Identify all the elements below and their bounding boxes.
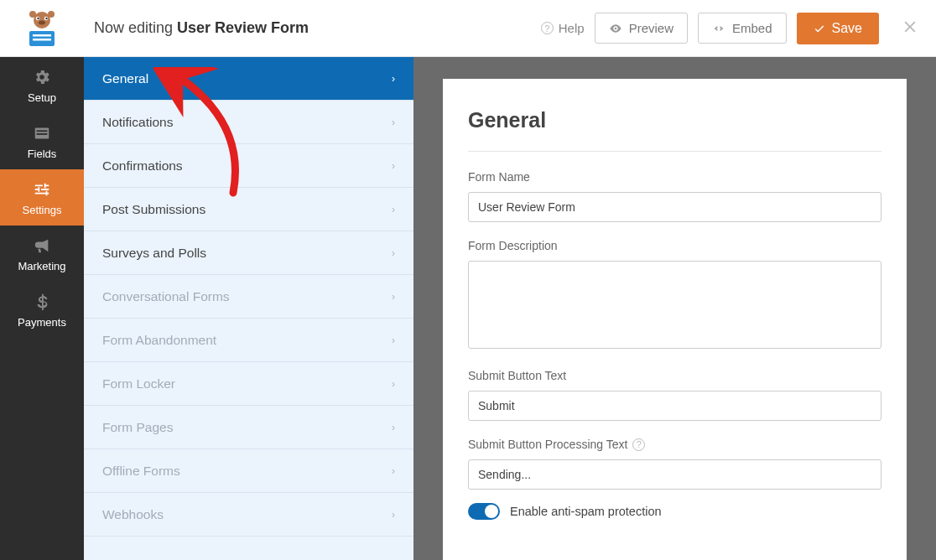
wpforms-logo-icon bbox=[21, 8, 63, 49]
svg-point-3 bbox=[37, 17, 39, 18]
svg-rect-10 bbox=[33, 39, 51, 41]
settings-item-conversational[interactable]: Conversational Forms› bbox=[84, 275, 413, 319]
dollar-icon bbox=[33, 293, 51, 311]
help-icon: ? bbox=[541, 22, 554, 34]
form-desc-input[interactable] bbox=[468, 261, 881, 349]
embed-button[interactable]: Embed bbox=[698, 13, 787, 44]
svg-point-5 bbox=[39, 20, 45, 24]
chevron-right-icon: › bbox=[392, 247, 395, 259]
settings-item-surveys[interactable]: Surveys and Polls› bbox=[84, 231, 413, 275]
close-icon bbox=[901, 18, 919, 36]
chevron-right-icon: › bbox=[392, 117, 395, 128]
submit-text-input[interactable] bbox=[468, 391, 881, 421]
settings-item-pages[interactable]: Form Pages› bbox=[84, 406, 413, 449]
app-logo bbox=[0, 8, 84, 49]
svg-rect-13 bbox=[37, 133, 48, 135]
submit-processing-input[interactable] bbox=[468, 459, 881, 490]
help-link[interactable]: ? Help bbox=[541, 21, 585, 35]
settings-item-confirmations[interactable]: Confirmations› bbox=[84, 144, 413, 188]
gear-icon bbox=[33, 68, 51, 86]
svg-point-7 bbox=[48, 11, 55, 18]
chevron-right-icon: › bbox=[392, 378, 395, 390]
save-button[interactable]: Save bbox=[797, 13, 879, 44]
rail-payments[interactable]: Payments bbox=[0, 282, 84, 338]
eye-icon bbox=[609, 22, 622, 35]
chevron-right-icon: › bbox=[392, 73, 395, 85]
settings-item-abandonment[interactable]: Form Abandonment› bbox=[84, 319, 413, 362]
settings-item-post-submissions[interactable]: Post Submissions› bbox=[84, 188, 413, 231]
rail-marketing[interactable]: Marketing bbox=[0, 226, 84, 282]
submit-processing-label: Submit Button Processing Text? bbox=[468, 438, 881, 451]
form-name-input[interactable] bbox=[468, 192, 881, 222]
code-icon bbox=[712, 22, 725, 35]
form-name-label: Form Name bbox=[468, 170, 881, 184]
settings-item-notifications[interactable]: Notifications› bbox=[84, 101, 413, 144]
help-icon[interactable]: ? bbox=[632, 438, 645, 451]
chevron-right-icon: › bbox=[392, 334, 395, 346]
chevron-right-icon: › bbox=[392, 422, 395, 433]
rail-fields[interactable]: Fields bbox=[0, 113, 84, 169]
page-title: Now editing User Review Form bbox=[84, 19, 541, 37]
form-icon bbox=[33, 124, 51, 143]
svg-point-6 bbox=[29, 11, 36, 18]
svg-rect-12 bbox=[37, 130, 48, 132]
settings-item-locker[interactable]: Form Locker› bbox=[84, 362, 413, 406]
chevron-right-icon: › bbox=[392, 160, 395, 172]
close-button[interactable] bbox=[901, 15, 919, 42]
chevron-right-icon: › bbox=[392, 465, 395, 477]
svg-rect-9 bbox=[33, 34, 51, 37]
settings-item-general[interactable]: General› bbox=[84, 57, 413, 101]
check-icon bbox=[814, 23, 825, 34]
chevron-right-icon: › bbox=[392, 204, 395, 215]
form-desc-label: Form Description bbox=[468, 239, 881, 252]
chevron-right-icon: › bbox=[392, 509, 395, 521]
antispam-toggle[interactable] bbox=[468, 503, 500, 520]
svg-point-4 bbox=[45, 17, 47, 18]
rail-setup[interactable]: Setup bbox=[0, 57, 84, 113]
settings-item-webhooks[interactable]: Webhooks› bbox=[84, 493, 413, 537]
preview-button[interactable]: Preview bbox=[595, 13, 688, 44]
bullhorn-icon bbox=[33, 236, 51, 255]
submit-text-label: Submit Button Text bbox=[468, 369, 881, 382]
settings-panel: General Form Name Form Description Submi… bbox=[443, 79, 907, 560]
rail-settings[interactable]: Settings bbox=[0, 169, 84, 226]
panel-heading: General bbox=[468, 108, 881, 132]
antispam-label: Enable anti-spam protection bbox=[510, 505, 662, 518]
settings-item-offline[interactable]: Offline Forms› bbox=[84, 449, 413, 493]
sliders-icon bbox=[33, 180, 51, 199]
chevron-right-icon: › bbox=[392, 291, 395, 303]
